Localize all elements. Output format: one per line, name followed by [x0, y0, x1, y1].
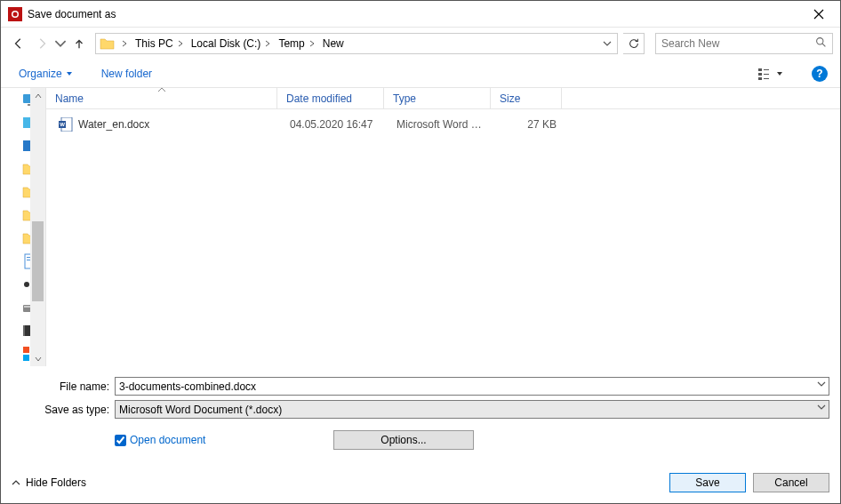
close-button[interactable] [798, 1, 838, 28]
breadcrumb-dropdown[interactable] [119, 34, 130, 53]
breadcrumb-local-disk[interactable]: Local Disk (C:) [186, 34, 274, 53]
file-list[interactable]: W Water_en.docx 04.05.2020 16:47 Microso… [46, 109, 840, 366]
svg-rect-5 [758, 77, 762, 80]
chevron-up-icon [12, 478, 20, 487]
chevron-down-icon [66, 70, 73, 77]
nav-scrollbar-thumb[interactable] [32, 221, 44, 301]
svg-rect-8 [764, 78, 769, 79]
filename-combo[interactable] [115, 377, 829, 396]
chevron-down-icon[interactable] [817, 403, 826, 412]
column-date[interactable]: Date modified [277, 88, 384, 108]
open-document-checkbox[interactable]: Open document [115, 434, 205, 446]
savetype-value: Microsoft Word Document (*.docx) [119, 404, 282, 416]
address-bar[interactable]: This PC Local Disk (C:) Temp New [95, 33, 618, 54]
svg-rect-23 [23, 347, 29, 353]
options-button[interactable]: Options... [333, 430, 474, 450]
column-size[interactable]: Size [491, 88, 562, 108]
search-icon [815, 36, 827, 51]
column-headers: Name Date modified Type Size [46, 88, 840, 109]
nav-scroll-up[interactable] [30, 88, 45, 103]
new-folder-button[interactable]: New folder [96, 65, 157, 83]
svg-point-1 [13, 12, 18, 16]
save-button[interactable]: Save [669, 473, 746, 492]
organize-button[interactable]: Organize [13, 65, 78, 83]
svg-rect-7 [764, 74, 769, 75]
folder-icon [100, 36, 116, 52]
title-bar: Save document as [1, 1, 840, 28]
up-button[interactable] [68, 33, 90, 54]
hide-folders-button[interactable]: Hide Folders [12, 476, 86, 489]
filename-label: File name: [12, 380, 115, 393]
svg-rect-25 [23, 355, 29, 361]
svg-rect-6 [764, 69, 769, 70]
navigation-bar: This PC Local Disk (C:) Temp New [1, 28, 840, 60]
refresh-button[interactable] [623, 33, 645, 54]
nav-scroll-down[interactable] [30, 351, 45, 366]
file-type: Microsoft Word D... [388, 118, 494, 131]
save-form: File name: Save as type: Microsoft Word … [1, 366, 840, 460]
chevron-down-icon [776, 70, 783, 77]
help-button[interactable]: ? [812, 66, 828, 82]
filename-input[interactable] [119, 380, 825, 393]
svg-rect-3 [758, 68, 762, 71]
navigation-pane[interactable] [1, 88, 45, 366]
column-name[interactable]: Name [46, 88, 277, 108]
file-row[interactable]: W Water_en.docx 04.05.2020 16:47 Microso… [46, 115, 840, 134]
window-title: Save document as [28, 8, 116, 20]
savetype-combo[interactable]: Microsoft Word Document (*.docx) [115, 400, 829, 419]
address-dropdown[interactable] [599, 39, 615, 48]
search-input[interactable] [661, 37, 815, 50]
search-box[interactable] [655, 33, 833, 54]
open-document-check[interactable] [115, 435, 126, 446]
recent-locations-button[interactable] [54, 33, 67, 54]
file-size: 27 KB [494, 118, 565, 131]
breadcrumb-new[interactable]: New [317, 34, 349, 53]
sort-asc-icon [157, 88, 166, 92]
app-icon [8, 7, 22, 21]
file-name: Water_en.docx [78, 118, 149, 131]
dialog-footer: Hide Folders Save Cancel [1, 460, 840, 503]
file-list-pane: Name Date modified Type Size W Water_en.… [45, 88, 840, 366]
forward-button[interactable] [31, 33, 52, 54]
column-type[interactable]: Type [384, 88, 491, 108]
svg-rect-4 [758, 73, 762, 76]
svg-point-16 [24, 282, 29, 287]
view-options-button[interactable] [755, 66, 787, 82]
back-button[interactable] [8, 33, 29, 54]
breadcrumb-this-pc[interactable]: This PC [130, 34, 186, 53]
savetype-label: Save as type: [12, 404, 115, 416]
toolbar: Organize New folder ? [1, 60, 840, 88]
chevron-down-icon[interactable] [817, 380, 826, 388]
cancel-button[interactable]: Cancel [753, 473, 829, 492]
breadcrumb-temp[interactable]: Temp [273, 34, 316, 53]
svg-text:W: W [60, 122, 65, 127]
svg-point-2 [817, 38, 823, 44]
file-date: 04.05.2020 16:47 [281, 118, 388, 131]
svg-rect-21 [23, 325, 25, 336]
docx-file-icon: W [59, 117, 73, 132]
